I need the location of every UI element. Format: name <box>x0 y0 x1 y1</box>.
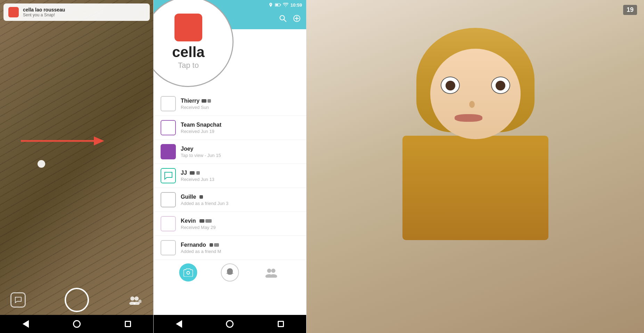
svg-point-15 <box>267 269 271 273</box>
jj-info: JJ Received Jun 13 <box>181 170 299 182</box>
team-snapchat-info: Team Snapchat Received Jun 19 <box>181 122 299 134</box>
person-silhouette <box>409 28 541 237</box>
team-snapchat-name: Team Snapchat <box>181 122 299 128</box>
list-item[interactable]: Kevin Received May 29 <box>154 212 306 236</box>
recent-button-left[interactable] <box>123 319 133 329</box>
svg-point-16 <box>271 269 275 273</box>
kevin-sub: Received May 29 <box>181 225 299 230</box>
shutter-button[interactable] <box>65 288 89 312</box>
slide-control <box>38 160 45 168</box>
team-snapchat-avatar <box>161 120 176 135</box>
team-snapchat-sub: Received Jun 19 <box>181 129 299 134</box>
svg-point-2 <box>130 296 134 301</box>
cella-avatar-large <box>174 14 202 41</box>
recent-button-mid[interactable] <box>276 319 286 329</box>
jj-sub: Received Jun 13 <box>181 177 299 182</box>
friends-icon[interactable] <box>128 292 143 308</box>
snapchat-camera-button[interactable] <box>179 263 197 282</box>
svg-rect-9 <box>275 4 278 6</box>
friends-bottom-button[interactable] <box>262 263 280 282</box>
back-button-left[interactable] <box>21 319 31 329</box>
home-button-mid[interactable] <box>225 319 235 329</box>
chat-icon[interactable] <box>10 292 26 308</box>
notification-banner[interactable]: cella lao rousseau Sent you a Snap! <box>3 3 150 21</box>
add-button[interactable] <box>293 15 301 24</box>
magnifier-sub: Tap to <box>178 61 199 70</box>
snapchat-ghost-button[interactable] <box>221 263 239 282</box>
thierry-name: Thierry <box>181 98 299 104</box>
back-button-mid[interactable] <box>174 319 184 329</box>
magnifier-name: cella <box>172 45 204 60</box>
battery-icon <box>275 3 281 7</box>
nav-bar-mid <box>154 315 306 333</box>
joey-sub: Tap to view - Jun 15 <box>181 153 299 158</box>
home-button-left[interactable] <box>72 319 82 329</box>
red-arrow <box>21 136 104 146</box>
num-badge: 19 <box>623 5 637 15</box>
wifi-icon <box>283 3 288 7</box>
joey-avatar <box>161 144 176 159</box>
left-bottom-controls <box>0 288 153 312</box>
fernando-avatar <box>161 240 176 255</box>
fernando-sub: Added as a friend M <box>181 249 299 254</box>
thierry-avatar <box>161 96 176 111</box>
notif-title: cella lao rousseau <box>23 7 65 13</box>
thierry-sub: Received Sun <box>181 105 299 110</box>
bottom-snap-controls <box>154 263 306 282</box>
jj-avatar <box>161 168 176 183</box>
ceiling-texture <box>0 0 153 333</box>
list-item[interactable]: JJ Received Jun 13 <box>154 164 306 188</box>
nav-bar-left <box>0 315 153 333</box>
left-panel: cella lao rousseau Sent you a Snap! <box>0 0 153 333</box>
kevin-avatar <box>161 216 176 231</box>
list-item[interactable]: Team Snapchat Received Jun 19 <box>154 116 306 140</box>
list-item[interactable]: Thierry Received Sun <box>154 92 306 116</box>
thierry-info: Thierry Received Sun <box>181 98 299 110</box>
list-item[interactable]: Fernando Added as a friend M <box>154 236 306 260</box>
fernando-name: Fernando <box>181 242 299 248</box>
location-icon <box>268 2 273 7</box>
jj-emoji <box>189 171 200 175</box>
svg-point-3 <box>134 296 139 301</box>
guille-name: Guille <box>181 194 299 200</box>
joey-name: Joey <box>181 146 299 152</box>
svg-marker-1 <box>94 136 104 145</box>
thierry-emoji <box>202 99 211 103</box>
joey-info: Joey Tap to view - Jun 15 <box>181 146 299 158</box>
list-item[interactable]: Guille Added as a friend Jun 3 <box>154 188 306 212</box>
svg-rect-8 <box>280 5 281 6</box>
svg-line-11 <box>284 19 286 22</box>
jj-name: JJ <box>181 170 299 176</box>
list-item[interactable]: Joey Tap to view - Jun 15 <box>154 140 306 164</box>
status-icons <box>268 2 288 7</box>
kevin-name: Kevin <box>181 218 299 224</box>
guille-sub: Added as a friend Jun 3 <box>181 201 299 206</box>
search-button[interactable] <box>279 15 287 24</box>
notif-text: cella lao rousseau Sent you a Snap! <box>23 7 65 17</box>
fernando-info: Fernando Added as a friend M <box>181 242 299 254</box>
notif-subtitle: Sent you a Snap! <box>23 13 65 17</box>
status-time: 10:59 <box>291 2 302 8</box>
guille-info: Guille Added as a friend Jun 3 <box>181 194 299 206</box>
kevin-info: Kevin Received May 29 <box>181 218 299 230</box>
guille-avatar <box>161 192 176 207</box>
right-panel: 19 <box>307 0 644 333</box>
middle-panel: 10:59 cella Tap to T <box>153 0 307 333</box>
notif-avatar <box>8 7 19 17</box>
